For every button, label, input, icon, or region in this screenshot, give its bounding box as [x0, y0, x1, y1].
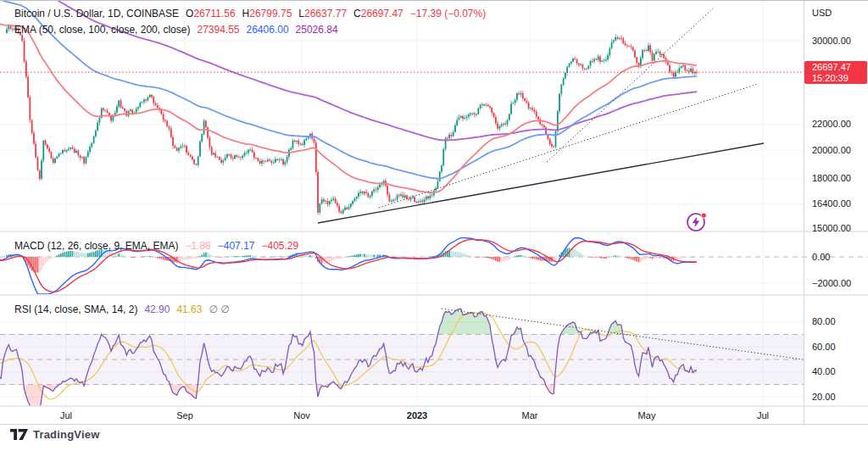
ohlc-high: H26799.75	[242, 8, 292, 19]
last-price-value: 26697.47	[812, 62, 867, 73]
symbol-title[interactable]: Bitcoin / U.S. Dollar, 1D, COINBASE	[14, 8, 179, 19]
macd-axis-label: 0.00	[812, 252, 830, 263]
macd-axis-label: −2000.00	[812, 278, 851, 289]
rsi-empty-values: ∅ ∅	[209, 303, 229, 315]
ohlc-close: C26697.47	[353, 8, 403, 19]
currency-label: USD	[812, 8, 832, 19]
rsi-axis-label: 40.00	[812, 366, 836, 377]
time-axis-label: Mar	[522, 410, 538, 421]
price-axis-label: 30000.00	[812, 36, 851, 47]
price-axis-label: 16400.00	[812, 198, 851, 209]
bar-countdown: 15:20:39	[812, 73, 867, 84]
ohlc-open: O26711.56	[186, 8, 236, 19]
ema-header: EMA (50, close, 100, close, 200, close) …	[14, 24, 338, 36]
rsi-label[interactable]: RSI (14, close, SMA, 14, 2)	[14, 303, 137, 315]
rsi-header: RSI (14, close, SMA, 14, 2) 42.90 41.63 …	[14, 303, 230, 315]
ema200-value: 25026.84	[296, 24, 338, 36]
rsi-axis-label: 20.00	[812, 392, 836, 403]
price-axis-label: 20000.00	[812, 145, 851, 156]
rsi-value: 42.90	[144, 303, 170, 315]
tradingview-logo[interactable]: TradingView	[10, 428, 100, 441]
rsi-ma-value: 41.63	[176, 303, 202, 315]
tradingview-chart-window: Bitcoin / U.S. Dollar, 1D, COINBASE O267…	[0, 0, 868, 451]
time-axis-label: 2023	[407, 410, 427, 421]
ema-label[interactable]: EMA (50, close, 100, close, 200, close)	[14, 24, 190, 36]
time-axis-label: Sep	[176, 410, 193, 421]
rsi-axis-label: 80.00	[812, 316, 836, 327]
time-axis-label: Jul	[60, 410, 72, 421]
macd-hist-value: −1.88	[185, 240, 210, 252]
macd-label[interactable]: MACD (12, 26, close, 9, EMA, EMA)	[14, 240, 178, 252]
rsi-axis-label: 60.00	[812, 342, 836, 353]
price-change: −17.39 (−0.07%)	[410, 8, 486, 19]
macd-header: MACD (12, 26, close, 9, EMA, EMA) −1.88 …	[14, 240, 298, 252]
flash-trade-button[interactable]	[684, 209, 709, 235]
ema50-value: 27394.55	[197, 24, 239, 36]
lightning-icon	[684, 209, 709, 235]
tradingview-label: TradingView	[33, 428, 100, 441]
macd-signal-value: −405.29	[261, 240, 298, 252]
time-axis-label: Jul	[757, 410, 769, 421]
price-chart-svg[interactable]	[0, 1, 868, 451]
price-axis-label: 15000.00	[812, 223, 851, 234]
symbol-header: Bitcoin / U.S. Dollar, 1D, COINBASE O267…	[14, 8, 486, 19]
ema100-value: 26406.00	[247, 24, 289, 36]
macd-line-value: −407.17	[218, 240, 255, 252]
time-axis-label: May	[638, 410, 656, 421]
price-axis-label: 18000.00	[812, 173, 851, 184]
tradingview-mark-icon	[10, 428, 28, 441]
ohlc-low: L26637.77	[298, 8, 347, 19]
last-price-tag: 26697.47 15:20:39	[804, 61, 867, 84]
price-axis-label: 22000.00	[812, 119, 851, 130]
time-axis-label: Nov	[293, 410, 310, 421]
